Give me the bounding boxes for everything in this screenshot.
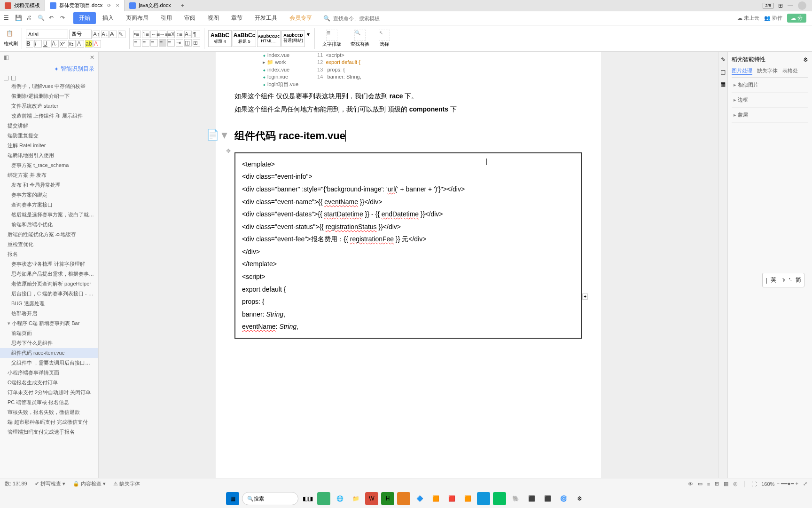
outline-item[interactable]: 绑定方案 并 发布 <box>0 170 98 180</box>
tool-icon[interactable]: ✎ <box>721 56 726 63</box>
menu-references[interactable]: 引用 <box>155 12 178 24</box>
word-count[interactable]: 数: 13189 <box>5 480 27 487</box>
print-icon[interactable]: 🖨 <box>26 15 34 22</box>
menu-devtools[interactable]: 开发工具 <box>249 12 283 24</box>
app-icon[interactable]: ⚙ <box>573 492 586 505</box>
grid-icon[interactable]: ⊞ <box>778 2 783 9</box>
fullscreen-icon[interactable]: ⤢ <box>803 481 807 487</box>
style-gallery[interactable]: AaBbC标题 4 AaBbCc标题 5 AaBbCcDcHTML… AaBbC… <box>208 30 311 47</box>
subscript-button[interactable]: x₂ <box>68 40 76 48</box>
move-handle-icon[interactable]: ✥ <box>226 148 231 154</box>
command-search-input[interactable] <box>331 14 402 23</box>
indent-button[interactable]: ⇥ <box>176 39 183 47</box>
outline-item[interactable]: 然后就是选择赛事方案，说白了就是 upd… <box>0 210 98 220</box>
outline-item[interactable]: 管理端扫码支付完成选手报名 <box>0 427 98 437</box>
view-read-icon[interactable]: ▦ <box>724 481 728 487</box>
tab-current-doc[interactable]: 群体竞赛项目.docx⟳✕ <box>45 0 125 11</box>
outline-item[interactable]: 父组件中 ，需要去调用后台接口，… <box>0 358 98 368</box>
add-tab-button[interactable]: + <box>176 2 189 9</box>
menu-home[interactable]: 开始 <box>73 12 96 24</box>
app-icon[interactable]: 🟧 <box>429 492 442 505</box>
sidebar-tabs-icon[interactable]: ◧ <box>4 54 9 61</box>
indent-decrease-button[interactable]: ←≡ <box>150 31 158 38</box>
app-icon[interactable]: 🔷 <box>413 492 426 505</box>
zoom-control[interactable]: 160% − ━━●━ + <box>761 481 798 487</box>
eye-icon[interactable]: 👁 <box>688 481 693 487</box>
menu-member[interactable]: 会员专享 <box>284 12 318 24</box>
outline-item[interactable]: 老依原始分页查询解析 pageHelper <box>0 279 98 289</box>
strikethrough-button[interactable]: A· <box>51 40 59 48</box>
document-canvas[interactable]: ⬥ index.vue ▸ 📁 work ⬥ index.vue ⬥ login… <box>99 52 718 478</box>
outline-item[interactable]: 假删除/逻辑删除介绍一下 <box>0 91 98 101</box>
outline-item[interactable]: 小程序端赛事详情页面 <box>0 368 98 378</box>
app-icon[interactable] <box>397 492 410 505</box>
menu-pagelayout[interactable]: 页面布局 <box>120 12 154 24</box>
app-icon[interactable]: ⬛ <box>541 492 554 505</box>
outline-collapse-icon[interactable] <box>4 76 8 80</box>
rp-tab-table[interactable]: 表格处 <box>782 67 798 75</box>
style-normal-web[interactable]: AaBbCcD普通(网站) <box>281 30 305 47</box>
preview-icon[interactable]: 🔍 <box>38 15 45 22</box>
explorer-icon[interactable]: 📁 <box>349 492 362 505</box>
spell-check-button[interactable]: ✔ 拼写检查 ▾ <box>35 480 65 487</box>
outline-item[interactable]: 审核失败，报名失败，微信退款 <box>0 407 98 417</box>
menu-insert[interactable]: 插入 <box>97 12 119 24</box>
find-replace-button[interactable]: 🔍查找替换 <box>347 29 373 48</box>
outline-item[interactable]: 赛事方案的绑定 <box>0 190 98 200</box>
redo-icon[interactable]: ↷ <box>60 15 68 22</box>
bullets-button[interactable]: •≡ <box>133 31 141 38</box>
close-icon[interactable]: ✕ <box>90 54 94 61</box>
rp-tab-image[interactable]: 图片处理 <box>732 67 752 75</box>
wps-icon[interactable]: W <box>365 492 378 505</box>
outline-item[interactable]: 文件系统改造 starter <box>0 101 98 111</box>
outline-item[interactable]: 组件代码 race-item.vue <box>0 348 98 358</box>
edge-icon[interactable]: 🌀 <box>557 492 570 505</box>
taskbar-search[interactable]: 🔍 搜索 <box>242 492 298 505</box>
menu-view[interactable]: 视图 <box>202 12 225 24</box>
shading-button[interactable]: ◫ <box>184 39 192 47</box>
app-icon[interactable]: 🟥 <box>445 492 458 505</box>
content-inspect-button[interactable]: 🔒 内容检查 ▾ <box>73 480 106 487</box>
align-left-button[interactable]: ≡ <box>133 39 141 47</box>
show-marks-button[interactable]: ¶ <box>193 31 200 38</box>
outline-item[interactable]: 前端页面 <box>0 328 98 338</box>
moon-icon[interactable]: ☽ <box>780 277 785 284</box>
outline-item[interactable]: 注解 RateLimiter <box>0 141 98 151</box>
outline-list[interactable]: 看例子，理解vuex 中存储的枚举假删除/逻辑删除介绍一下文件系统改造 star… <box>0 81 98 478</box>
outline-item[interactable]: 订单未支付 2分钟自动超时 关闭订单 <box>0 388 98 397</box>
outline-item[interactable]: 端防重复提交 <box>0 131 98 141</box>
app-icon[interactable] <box>317 492 330 505</box>
outline-item[interactable]: 端腾讯地图引入使用 <box>0 151 98 160</box>
expand-icon[interactable]: ⛶ <box>751 481 757 487</box>
borders-button[interactable]: ⊞ <box>193 39 200 47</box>
outline-item[interactable]: 端 超市那种条码支付 完成微信支付 <box>0 417 98 427</box>
outline-item[interactable]: 发布 和 全局异常处理 <box>0 180 98 190</box>
outline-item[interactable]: 查询赛事方案接口 <box>0 200 98 210</box>
italic-button[interactable]: I <box>34 40 42 48</box>
wechat-icon[interactable] <box>493 492 506 505</box>
size-combo[interactable] <box>69 30 92 39</box>
taskview-icon[interactable]: ◧◨ <box>301 492 314 505</box>
close-icon[interactable]: ⟳ <box>107 3 111 8</box>
smart-outline-label[interactable]: 智能识别目录 <box>61 65 94 73</box>
app-icon[interactable] <box>477 492 490 505</box>
collab-button[interactable]: 👥 协作 <box>764 15 782 22</box>
outline-item[interactable]: 思考如果产品提出需求，根据赛事状态… <box>0 269 98 279</box>
indent-increase-button[interactable]: →≡ <box>159 31 166 38</box>
text-tools-button[interactable]: ≡X <box>167 31 175 38</box>
layout-icon[interactable]: 2/8 <box>763 3 773 8</box>
app-icon[interactable]: 🐘 <box>509 492 522 505</box>
view-page-icon[interactable]: ▭ <box>698 481 703 487</box>
text-effects-button[interactable]: A <box>77 40 84 48</box>
tab-template-store[interactable]: 找稻壳模板 <box>0 0 45 11</box>
share-button[interactable]: ☁ 分 <box>787 14 806 23</box>
save-icon[interactable]: 💾 <box>15 15 23 22</box>
outline-item[interactable]: 前端和后端小优化 <box>0 220 98 230</box>
rp-item-similar-images[interactable]: 相似图片 <box>732 78 808 93</box>
select-button[interactable]: ↖选择 <box>375 29 394 48</box>
view-web-icon[interactable]: ⊞ <box>715 481 719 487</box>
expand-handle-icon[interactable]: + <box>582 294 588 300</box>
highlight-button[interactable]: ab <box>85 40 93 48</box>
tool-icon[interactable]: ▦ <box>720 81 726 87</box>
view-outline-icon[interactable]: ≡ <box>707 481 710 487</box>
